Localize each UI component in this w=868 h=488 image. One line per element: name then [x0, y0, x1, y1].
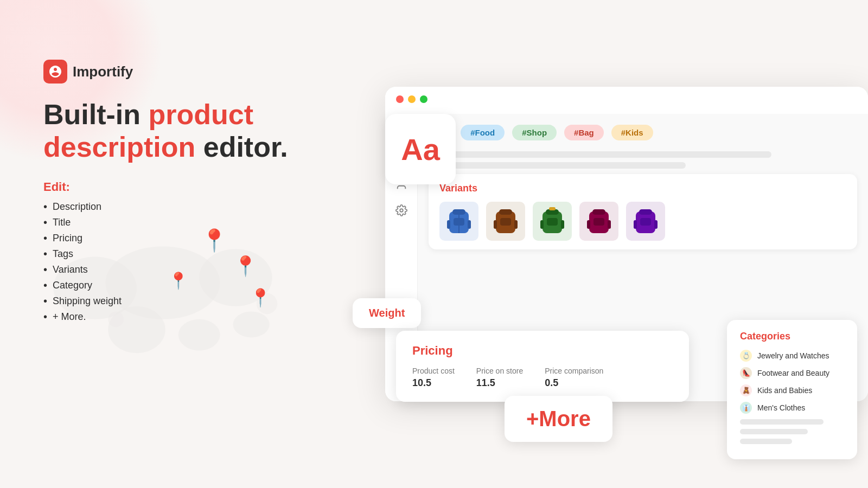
dot-green	[420, 95, 427, 103]
pricing-comparison-value: 0.5	[545, 377, 558, 388]
variant-maroon-backpack[interactable]	[579, 202, 618, 241]
pricing-title: Pricing	[412, 344, 673, 358]
tag-bag[interactable]: #Bag	[564, 125, 604, 140]
svg-rect-19	[500, 218, 511, 226]
right-panel: Tags #Food #Shop #Bag #Kids Variants	[353, 87, 868, 455]
category-jewelry-name: Jewelry and Watches	[757, 351, 829, 360]
svg-rect-15	[447, 220, 450, 229]
skeleton-line-2	[429, 162, 686, 169]
svg-rect-36	[634, 220, 637, 229]
svg-rect-18	[499, 209, 512, 215]
category-mens: 👔 Men's Clothes	[740, 402, 844, 414]
edit-item-description: Description	[43, 201, 326, 213]
svg-rect-20	[494, 220, 497, 229]
tags-section: Tags #Food #Shop #Bag #Kids	[429, 125, 857, 140]
edit-label: Edit:	[43, 180, 326, 194]
category-kids-name: Kids and Babies	[757, 386, 812, 395]
browser-titlebar	[385, 87, 868, 112]
weight-title: Weight	[369, 307, 405, 319]
headline-part2: editor.	[195, 131, 288, 163]
more-text: +More	[526, 407, 591, 431]
pricing-comparison: Price comparison 0.5	[545, 367, 603, 389]
svg-rect-25	[540, 220, 544, 229]
headline-part1: Built-in	[43, 99, 149, 130]
pricing-product-cost: Product cost 10.5	[412, 367, 455, 389]
tag-kids[interactable]: #Kids	[611, 125, 653, 140]
logo-area: Importify	[43, 60, 326, 84]
dot-red	[396, 95, 404, 103]
edit-item-shipping: Shipping weight	[43, 295, 326, 307]
variant-blue-backpack[interactable]	[439, 202, 478, 241]
tag-shop[interactable]: #Shop	[512, 125, 557, 140]
edit-item-tags: Tags	[43, 248, 326, 260]
sidebar-settings-icon[interactable]	[394, 203, 409, 218]
aa-card: Aa	[385, 114, 456, 184]
category-footwear-icon: 👠	[740, 367, 752, 379]
pricing-store-price-label: Price on store	[476, 367, 523, 375]
pricing-product-cost-value: 10.5	[412, 377, 431, 388]
category-jewelry: 💍 Jewelry and Watches	[740, 350, 844, 362]
pricing-product-cost-label: Product cost	[412, 367, 455, 375]
svg-rect-27	[549, 207, 556, 210]
category-mens-icon: 👔	[740, 402, 752, 414]
category-footwear: 👠 Footwear and Beauty	[740, 367, 844, 379]
variant-purple-backpack[interactable]	[626, 202, 665, 241]
svg-rect-26	[561, 220, 564, 229]
svg-point-10	[400, 209, 403, 212]
category-kids: 🧸 Kids and Babies	[740, 384, 844, 396]
category-footwear-name: Footwear and Beauty	[757, 369, 829, 377]
svg-rect-31	[587, 220, 590, 229]
variants-card: Variants	[429, 174, 857, 249]
categories-card: Categories 💍 Jewelry and Watches 👠 Footw…	[727, 320, 857, 459]
category-mens-name: Men's Clothes	[757, 403, 805, 412]
skeleton-line-1	[429, 151, 771, 158]
variants-row	[439, 202, 846, 241]
category-jewelry-icon: 💍	[740, 350, 752, 362]
svg-rect-29	[592, 209, 605, 215]
pricing-store-price-value: 11.5	[476, 377, 495, 388]
logo-name: Importify	[73, 63, 133, 80]
headline: Built-in product description editor.	[43, 99, 326, 164]
skel-row-2	[740, 429, 808, 434]
edit-item-more: + More.	[43, 311, 326, 323]
pricing-fields: Product cost 10.5 Price on store 11.5 Pr…	[412, 367, 673, 389]
svg-rect-37	[654, 220, 658, 229]
edit-item-variants: Variants	[43, 264, 326, 276]
edit-item-title: Title	[43, 216, 326, 229]
svg-rect-32	[608, 220, 611, 229]
skel-row-3	[740, 439, 792, 444]
categories-title: Categories	[740, 331, 844, 342]
edit-list: Description Title Pricing Tags Variants …	[43, 201, 326, 323]
weight-card: Weight	[353, 298, 421, 328]
more-card: +More	[505, 396, 612, 442]
svg-rect-16	[468, 220, 471, 229]
skel-row-1	[740, 419, 824, 425]
variant-green-backpack[interactable]	[533, 202, 572, 241]
dot-yellow	[408, 95, 416, 103]
variants-title: Variants	[439, 183, 846, 194]
svg-rect-34	[639, 209, 652, 215]
pricing-card: Pricing Product cost 10.5 Price on store…	[396, 331, 689, 402]
svg-rect-21	[514, 220, 518, 229]
left-panel: Importify Built-in product description e…	[43, 60, 326, 326]
logo-icon	[43, 60, 67, 84]
svg-rect-24	[547, 218, 558, 226]
aa-text: Aa	[401, 132, 440, 167]
edit-item-pricing: Pricing	[43, 232, 326, 245]
pricing-comparison-label: Price comparison	[545, 367, 603, 375]
category-kids-icon: 🧸	[740, 384, 752, 396]
tag-food[interactable]: #Food	[461, 125, 505, 140]
svg-rect-35	[640, 218, 651, 226]
variant-brown-backpack[interactable]	[486, 202, 525, 241]
edit-item-category: Category	[43, 279, 326, 292]
svg-rect-30	[593, 218, 604, 226]
pricing-store-price: Price on store 11.5	[476, 367, 523, 389]
